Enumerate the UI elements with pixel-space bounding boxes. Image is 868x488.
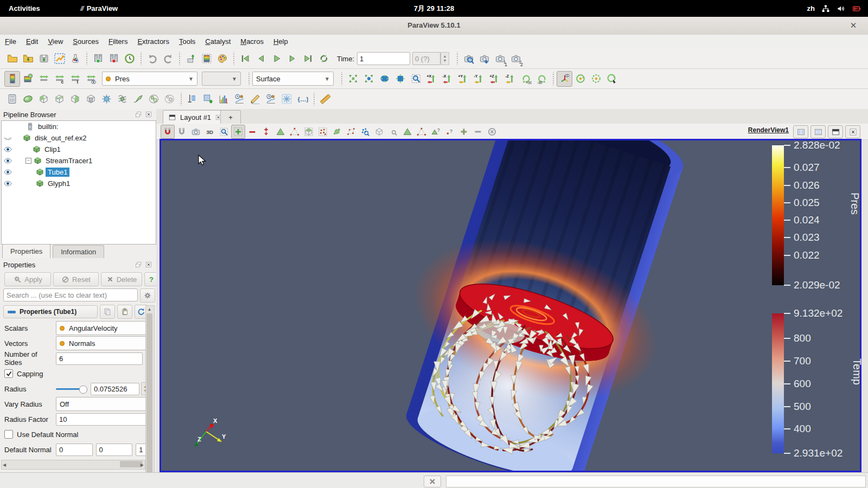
reset-camera-closest-icon[interactable]: [361, 71, 376, 87]
grow-selection-icon[interactable]: [457, 125, 471, 139]
split-vertical-icon[interactable]: [793, 125, 808, 138]
plot-over-line-icon[interactable]: [200, 91, 216, 107]
tree-expander-icon[interactable]: −: [25, 158, 31, 164]
sides-field[interactable]: 6: [56, 352, 143, 365]
properties-close-button[interactable]: [144, 261, 153, 268]
save-state-icon[interactable]: [20, 51, 36, 67]
properties-float-button[interactable]: [134, 261, 143, 268]
battery-icon[interactable]: [852, 4, 861, 14]
network-icon[interactable]: [821, 4, 830, 13]
view-minus-x-icon[interactable]: -X: [439, 71, 455, 87]
paste-properties-icon[interactable]: [117, 305, 132, 319]
menu-extractors[interactable]: Extractors: [132, 35, 174, 49]
center-axes-visibility-icon[interactable]: [557, 71, 572, 87]
server-disconnect-icon[interactable]: [106, 51, 122, 67]
tab-information[interactable]: Information: [53, 245, 104, 258]
visibility-eye-icon[interactable]: [2, 145, 14, 154]
search-input[interactable]: Search ... (use Esc to clear text): [3, 288, 138, 301]
glyph-icon[interactable]: [99, 91, 114, 107]
add-selection-icon[interactable]: [231, 125, 245, 139]
threshold-icon[interactable]: [67, 91, 83, 107]
interactive-select-points-icon[interactable]: [414, 125, 429, 139]
zoom-closest-icon[interactable]: [392, 71, 408, 87]
toggle-2d3d-icon[interactable]: 3D: [203, 125, 217, 139]
hover-cells-magnet-icon[interactable]: [175, 125, 189, 139]
camera-zoom-icon[interactable]: [461, 51, 476, 67]
color-array-combo[interactable]: Pres▼: [102, 72, 197, 86]
pipeline-item-tube1[interactable]: Tube1: [2, 166, 156, 178]
rotate-90-cw-icon[interactable]: +90: [518, 71, 534, 87]
frame-index-field[interactable]: 0 (?): [412, 52, 441, 65]
plot-global-variables-icon[interactable]: [263, 91, 279, 107]
interactive-select-cells-icon[interactable]: [400, 125, 414, 139]
rescale-to-data-icon[interactable]: [36, 71, 52, 87]
clip-icon[interactable]: [36, 91, 52, 107]
color-palette-icon[interactable]: [214, 51, 230, 67]
reset-camera-icon[interactable]: [345, 71, 361, 87]
view-plus-z-icon[interactable]: +Z: [487, 71, 502, 87]
render-viewport[interactable]: 2.828e-020.0270.0260.0250.0240.0230.0222…: [159, 139, 861, 472]
properties-vertical-scrollbar[interactable]: ▲▼: [145, 305, 155, 488]
pipeline-close-button[interactable]: [144, 111, 153, 118]
calculator-icon[interactable]: [4, 91, 20, 107]
camera-view1-icon[interactable]: 11: [492, 51, 508, 67]
maximize-view-icon[interactable]: [828, 125, 843, 138]
vary-radius-combo[interactable]: Off: [56, 397, 149, 411]
camera-view2-icon[interactable]: 22: [508, 51, 524, 67]
radius-slider[interactable]: [56, 384, 87, 394]
extract-group-icon[interactable]: [162, 91, 177, 107]
vcr-next-icon[interactable]: [284, 51, 300, 67]
histogram-icon[interactable]: [216, 91, 232, 107]
rotate-90-ccw-icon[interactable]: -90: [534, 71, 550, 87]
select-points-through-icon[interactable]: [316, 125, 330, 139]
contour-icon[interactable]: [20, 91, 36, 107]
menu-edit[interactable]: Edit: [21, 35, 43, 49]
properties-horizontal-scrollbar[interactable]: ◀ ▶: [1, 460, 145, 470]
connect-flask-icon[interactable]: [67, 51, 83, 67]
extract-subset-icon[interactable]: [83, 91, 99, 107]
select-points-polygon-icon[interactable]: [344, 125, 358, 139]
capping-checkbox[interactable]: [4, 369, 13, 378]
view-plus-x-icon[interactable]: +X: [424, 71, 439, 87]
normal-y-field[interactable]: 0: [96, 444, 133, 456]
colormap-selection-icon[interactable]: [199, 51, 214, 67]
subtract-selection-icon[interactable]: [245, 125, 259, 139]
view-minus-y-icon[interactable]: -Y: [471, 71, 487, 87]
load-state-icon[interactable]: [183, 51, 199, 67]
pipeline-item-streamtracer1[interactable]: −StreamTracer1: [2, 155, 156, 166]
visibility-eye-icon[interactable]: [2, 133, 14, 143]
representation-combo[interactable]: Surface▼: [252, 72, 334, 86]
rescale-temporal-icon[interactable]: t: [67, 71, 83, 87]
visibility-eye-icon[interactable]: [2, 156, 14, 165]
redo-icon[interactable]: [160, 51, 176, 67]
menu-sources[interactable]: Sources: [68, 35, 104, 49]
radius-field[interactable]: 0.0752526: [91, 383, 139, 395]
colormap-toggle-icon[interactable]: [4, 71, 20, 87]
programmable-filter-icon[interactable]: {…}: [295, 91, 310, 107]
visibility-eye-icon[interactable]: [2, 168, 14, 177]
select-cells-on-icon[interactable]: [273, 125, 288, 139]
save-data-icon[interactable]: [36, 51, 52, 67]
query-cells-icon[interactable]: ?: [429, 125, 443, 139]
volume-icon[interactable]: [837, 4, 845, 13]
query-cube-icon[interactable]: [372, 125, 386, 139]
slice-icon[interactable]: [52, 91, 67, 107]
pipeline-item-clip1[interactable]: Clip1: [2, 144, 156, 155]
render-view-label[interactable]: RenderView1: [748, 126, 789, 134]
group-datasets-icon[interactable]: [146, 91, 162, 107]
reset-button[interactable]: Reset: [53, 272, 99, 286]
camera-capture-icon[interactable]: [476, 51, 492, 67]
rescale-visible-icon[interactable]: [83, 71, 99, 87]
warp-by-vector-icon[interactable]: [130, 91, 146, 107]
layout-tab[interactable]: Layout #1: [163, 110, 227, 124]
rescale-custom-icon[interactable]: c: [52, 71, 67, 87]
view-plus-y-icon[interactable]: +Y: [455, 71, 471, 87]
component-combo[interactable]: ▼: [202, 72, 241, 86]
time-value-field[interactable]: 1: [357, 52, 410, 65]
vcr-first-icon[interactable]: [237, 51, 253, 67]
menu-view[interactable]: View: [43, 35, 68, 49]
stream-tracer-icon[interactable]: [114, 91, 130, 107]
edit-colormap-icon[interactable]: [20, 71, 36, 87]
vcr-play-icon[interactable]: [269, 51, 284, 67]
pick-point-icon[interactable]: [386, 125, 400, 139]
